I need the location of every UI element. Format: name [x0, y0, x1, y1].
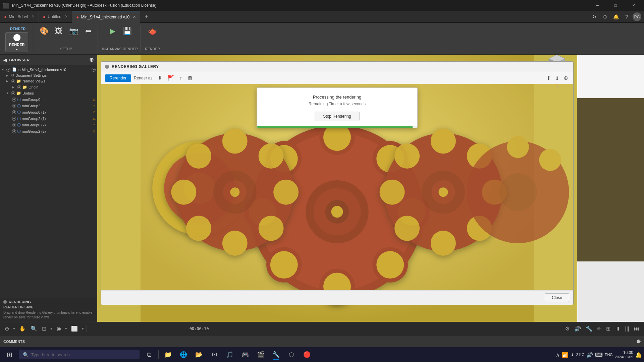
gallery-flag-icon[interactable]: 🚩	[166, 74, 175, 82]
taskbar-chrome[interactable]: 🌐	[176, 348, 191, 361]
tree-mmgroup0[interactable]: ⬡ mmGroup0 ⚠	[0, 96, 97, 103]
gallery-download-icon[interactable]: ⬇	[156, 74, 163, 82]
named-views-eye[interactable]	[11, 79, 15, 83]
mmg2-2-eye[interactable]	[12, 129, 16, 133]
view-options-icon[interactable]: ◉	[55, 325, 62, 333]
taskbar-mail[interactable]: ✉	[207, 348, 222, 361]
taskbar-recorder[interactable]: 🎬	[253, 348, 268, 361]
browser-add-icon[interactable]: ⊕	[89, 57, 94, 63]
taskbar-files[interactable]: 📂	[192, 348, 206, 361]
tree-bodies[interactable]: ▼ 📁 Bodies	[0, 90, 97, 96]
minimize-button[interactable]: ─	[590, 0, 605, 11]
comments-add-icon[interactable]: ⊕	[636, 338, 641, 345]
gallery-export-icon[interactable]: ↑	[178, 74, 183, 82]
bodies-eye[interactable]	[11, 91, 15, 95]
tab-untitled[interactable]: ● Untitled ✕	[39, 11, 72, 23]
mmg0-1-eye[interactable]	[12, 110, 16, 114]
maximize-button[interactable]: □	[608, 0, 623, 11]
network-sys-icon[interactable]: 📶	[562, 352, 569, 358]
quality-icon[interactable]: 🔧	[584, 325, 594, 333]
taskbar-media[interactable]: 🎵	[222, 348, 237, 361]
mmg0-eye[interactable]	[12, 98, 16, 102]
tab1-close[interactable]: ✕	[32, 14, 35, 19]
browser-back-icon[interactable]: ◀	[3, 57, 7, 63]
help-icon[interactable]: ?	[622, 12, 631, 21]
canvas-area[interactable]: Z Y X	[97, 55, 577, 322]
clock-area[interactable]: 16:30 2024/11/09	[615, 350, 633, 359]
taskbar-red-app[interactable]: 🔴	[300, 348, 314, 361]
tab3-close[interactable]: ✕	[133, 15, 136, 19]
render-main-button[interactable]: ⬤ RENDER ▼	[5, 32, 28, 52]
pause-icon[interactable]: ⏸	[614, 325, 622, 333]
mmg0-2-eye[interactable]	[12, 123, 16, 127]
close-button[interactable]: ✕	[626, 0, 641, 11]
settings-bottom-icon[interactable]: ⚙	[564, 325, 571, 333]
taskbar-search-icon: 🔍	[23, 352, 29, 357]
tab2-close[interactable]: ✕	[65, 14, 68, 19]
tree-mmgroup2-1[interactable]: ⬡ mmGroup2 (1) ⚠	[0, 115, 97, 122]
tree-mmgroup0-2[interactable]: ⬡ mmGroup0 (2) ⚠	[0, 122, 97, 128]
origin-eye[interactable]	[17, 85, 21, 89]
speaker-icon[interactable]: 🔊	[586, 352, 593, 358]
rerender-button[interactable]: Rerender	[105, 74, 131, 82]
back-view-button[interactable]: ⬅	[82, 25, 95, 37]
root-eye2[interactable]	[92, 68, 96, 72]
orbit-icon[interactable]: ⊕	[3, 325, 10, 333]
in-canvas-render-button[interactable]: ▶	[106, 25, 119, 37]
pen-icon[interactable]: ✏	[596, 325, 603, 333]
tree-root-item[interactable]: ▼ 📄 □ Min_Srf v4_thickenned v10	[0, 67, 97, 72]
browser-header-left: ◀ BROWSER	[3, 57, 30, 63]
appearance-button[interactable]: 🎨	[37, 25, 51, 37]
taskbar-mesh[interactable]: ⬡	[284, 348, 299, 361]
tree-mmgroup2[interactable]: ⬡ mmGroup2 ⚠	[0, 103, 97, 109]
gallery-info-icon[interactable]: ℹ	[555, 74, 559, 82]
keyboard-icon[interactable]: ⌨	[595, 352, 603, 358]
tree-origin[interactable]: ▶ 📁 Origin	[0, 84, 97, 90]
taskbar-fusion-active[interactable]: 🔧	[269, 348, 283, 361]
scene-icon: 🖼	[55, 27, 62, 36]
task-view-button[interactable]: ⧉	[142, 348, 156, 361]
taskbar-explorer[interactable]: 📁	[161, 348, 175, 361]
gallery-delete-icon[interactable]: 🗑	[186, 74, 194, 82]
gallery-zoom-icon[interactable]: ⊕	[562, 74, 569, 82]
display-icon[interactable]: ⬜	[70, 325, 79, 333]
pan-icon[interactable]: ✋	[18, 325, 27, 333]
rendering-panel-title: RENDERING	[9, 300, 31, 304]
in-canvas-save-button[interactable]: 💾	[121, 25, 134, 37]
close-gallery-button[interactable]: Close	[545, 293, 569, 302]
grid-icon[interactable]: ⊞	[605, 325, 612, 333]
mmg0-2-label: mmGroup0 (2)	[22, 123, 92, 127]
refresh-icon[interactable]: ↻	[590, 12, 599, 21]
render-tool-button[interactable]: 🫖	[146, 25, 159, 37]
root-eye[interactable]	[6, 68, 10, 72]
start-button[interactable]: ⊞	[2, 348, 17, 361]
tab-min-srf-v4-thickenned[interactable]: ● Min_Srf v4_thickenned v10 ✕	[72, 11, 140, 23]
tab-bar-icons: ↻ ⊕ 🔔 ? RG	[590, 12, 644, 21]
mmg2-1-eye[interactable]	[12, 117, 16, 121]
tree-mmgroup0-1[interactable]: ⬡ mmGroup0 (1) ⚠	[0, 109, 97, 115]
tree-document-settings[interactable]: ▶ ⚙ Document Settings	[0, 72, 97, 78]
scene-settings-button[interactable]: 🖼	[52, 25, 65, 37]
mmg0-1-warn-icon: ⚠	[93, 110, 96, 114]
zoom-icon[interactable]: 🔍	[29, 325, 39, 333]
forward-icon[interactable]: ⏭	[633, 325, 641, 333]
account-icon[interactable]: RG	[633, 12, 641, 21]
tree-named-views[interactable]: ▶ 📁 Named Views	[0, 78, 97, 84]
taskbar-gaming[interactable]: 🎮	[238, 348, 253, 361]
notification-bell-icon[interactable]: 🔔	[635, 352, 642, 358]
fit-icon[interactable]: ⊡	[41, 325, 48, 333]
network-icon[interactable]: ⊕	[600, 12, 610, 21]
stop-rendering-button[interactable]: Stop Rendering	[315, 112, 359, 121]
add-tab-button[interactable]: +	[140, 13, 152, 20]
audio-icon[interactable]: 🔊	[573, 325, 582, 333]
tab-min-srf-v4[interactable]: ● Min_Srf v4 ✕	[0, 11, 39, 23]
processing-subtitle: Remaining Time: a few seconds	[264, 102, 411, 106]
taskbar-search[interactable]: 🔍 Type here to search	[19, 350, 140, 359]
arrow-up-icon[interactable]: ∧	[556, 352, 560, 358]
bars-icon[interactable]: |||	[624, 325, 631, 333]
gallery-share-icon[interactable]: ⬆	[545, 74, 552, 82]
notification-icon[interactable]: 🔔	[611, 12, 621, 21]
mmg2-eye[interactable]	[12, 104, 16, 108]
tree-mmgroup2-2[interactable]: ⬡ mmGroup2 (2) ⚠	[0, 128, 97, 134]
camera-button[interactable]: 📷	[67, 25, 80, 37]
